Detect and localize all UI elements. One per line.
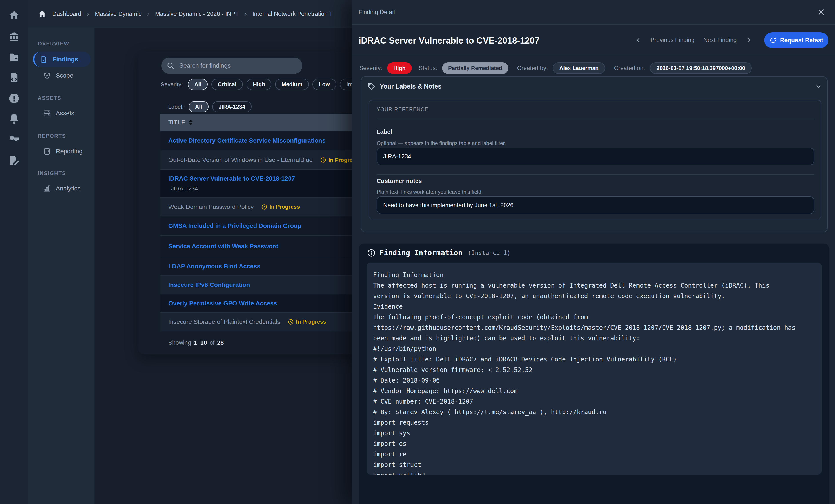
doc-chart-icon [43,147,51,155]
panel-title: Finding Detail [359,9,395,16]
sidebar-item-label: Assets [56,110,74,117]
table-row-selected[interactable]: iDRAC Server Vulnerable to CVE-2018-1207… [160,170,365,198]
sidebar-item-findings[interactable]: Findings [33,52,90,67]
finding-information-title: Finding Information [380,248,463,257]
table-row[interactable]: Overly Permissive GPO Write Access [160,295,365,313]
finding-link[interactable]: Insecure IPv6 Configuration [168,281,250,288]
folder-icon[interactable] [8,52,20,63]
table-row[interactable]: Out-of-Date Version of Windows in Use - … [160,150,365,170]
file-code-icon[interactable] [8,72,20,83]
finding-link[interactable]: GMSA Included in a Privileged Domain Gro… [168,222,302,229]
breadcrumb-item[interactable]: Massive Dynamic - 2026 - INPT [155,11,239,17]
labels-notes-card: Your Labels & Notes YOUR REFERENCE Label… [361,77,828,232]
sidebar-section-overview: OVERVIEW [38,41,69,47]
table-row[interactable]: Insecure Storage of Plaintext Credential… [160,313,365,331]
tag-icon [367,82,375,90]
file-edit-icon[interactable] [8,155,20,166]
clock-icon [320,157,326,163]
key-icon[interactable] [8,133,20,145]
server-icon [43,109,51,117]
sidebar-item-reporting[interactable]: Reporting [43,147,82,155]
label-field-heading: Label [376,128,392,135]
breadcrumb-item[interactable]: Dashboard [52,11,81,17]
finding-link[interactable]: Service Account with Weak Password [168,243,279,250]
table-row[interactable]: GMSA Included in a Privileged Domain Gro… [160,216,365,236]
sidebar-item-label: Reporting [56,148,82,155]
sidebar-item-scope[interactable]: Scope [43,72,73,80]
home-icon[interactable] [8,10,20,21]
search-placeholder: Search for findings [179,62,230,69]
finding-label-tag: JIRA-1234 [168,185,365,192]
your-reference-header: YOUR REFERENCE [376,106,428,113]
finding-link[interactable]: Overly Permissive GPO Write Access [168,300,277,307]
severity-pill-medium[interactable]: Medium [275,79,308,90]
sort-icon[interactable] [189,120,193,125]
created-by-label: Created by: [517,65,548,72]
table-row[interactable]: Insecure IPv6 Configuration [160,276,365,295]
finding-meta-row: Severity: High Status: Partially Remedia… [359,62,752,74]
request-retest-label: Request Retest [780,37,823,44]
finding-link[interactable]: Active Directory Certificate Service Mis… [168,137,326,144]
request-retest-button[interactable]: Request Retest [764,32,829,48]
severity-pill-all[interactable]: All [188,79,208,90]
bell-icon[interactable] [8,113,20,125]
file-text-icon [40,55,48,63]
label-pill-all[interactable]: All [189,101,208,113]
finding-information-section: Finding Information (Instance 1) Finding… [359,244,829,504]
close-icon[interactable] [817,8,825,16]
sidebar-item-assets[interactable]: Assets [43,109,74,117]
sidebar-section-reports: REPORTS [38,133,66,139]
labels-notes-title: Your Labels & Notes [380,83,442,90]
bar-chart-icon [43,184,51,193]
chevron-down-icon[interactable] [815,83,822,90]
severity-pill-low[interactable]: Low [312,79,336,90]
created-on-label: Created on: [614,65,645,72]
table-row[interactable]: LDAP Anonymous Bind Access [160,257,365,276]
label-field-help: Optional — appears in the findings table… [376,140,506,146]
created-on-badge: 2026-03-07 19:50:18.397000+00:00 [650,62,752,74]
finding-information-body[interactable]: Finding Information The affected host is… [367,263,822,475]
chevron-right-icon: › [87,10,89,18]
table-row[interactable]: Active Directory Certificate Service Mis… [160,131,365,150]
customer-notes-input[interactable] [376,197,814,214]
status-badge: In Progress [261,204,300,210]
sidebar-item-analytics[interactable]: Analytics [43,184,80,193]
severity-badge: High [387,62,412,74]
chevron-right-icon[interactable] [746,37,752,43]
shield-check-icon [43,72,51,80]
search-input[interactable]: Search for findings [161,58,302,74]
severity-pill-high[interactable]: High [247,79,271,90]
alert-circle-icon[interactable] [8,93,20,104]
severity-label: Severity: [359,65,382,72]
finding-link[interactable]: iDRAC Server Vulnerable to CVE-2018-1207 [168,175,295,182]
your-reference-card: YOUR REFERENCE Label Optional — appears … [369,100,821,220]
breadcrumb-item[interactable]: Massive Dynamic [95,11,142,17]
next-finding-button[interactable]: Next Finding [704,37,737,43]
clock-icon [261,204,267,210]
finding-detail-title: iDRAC Server Vulnerable to CVE-2018-1207 [359,36,539,45]
finding-link[interactable]: LDAP Anonymous Bind Access [168,263,260,270]
table-row[interactable]: Weak Domain Password Policy In Progress [160,198,365,216]
previous-finding-button[interactable]: Previous Finding [650,37,695,43]
chevron-left-icon[interactable] [635,37,641,43]
label-pill-jira[interactable]: JIRA-1234 [212,101,251,113]
labels-notes-header[interactable]: Your Labels & Notes [367,81,822,92]
severity-pill-critical[interactable]: Critical [211,79,243,90]
chevron-right-icon: › [147,10,149,18]
bank-icon[interactable] [8,31,20,42]
notes-field-help: Plain text; links work after you leave t… [376,189,483,195]
finding-title: Insecure Storage of Plaintext Credential… [168,318,280,325]
status-badge: In Progress [288,319,326,325]
clock-icon [288,319,294,325]
sidebar: OVERVIEW Findings Scope ASSETS Assets RE… [28,28,95,504]
refresh-icon [770,37,777,44]
breadcrumb-home-icon[interactable] [38,9,46,18]
breadcrumb-item[interactable]: Internal Network Penetration T [252,11,333,17]
sidebar-section-assets: ASSETS [38,95,61,101]
notes-field-heading: Customer notes [376,178,422,184]
table-header-title[interactable]: TITLE [160,114,365,131]
sidebar-section-insights: INSIGHTS [38,170,66,177]
label-input[interactable] [376,148,814,165]
table-row[interactable]: Service Account with Weak Password [160,236,365,257]
status-label: Status: [419,65,437,72]
